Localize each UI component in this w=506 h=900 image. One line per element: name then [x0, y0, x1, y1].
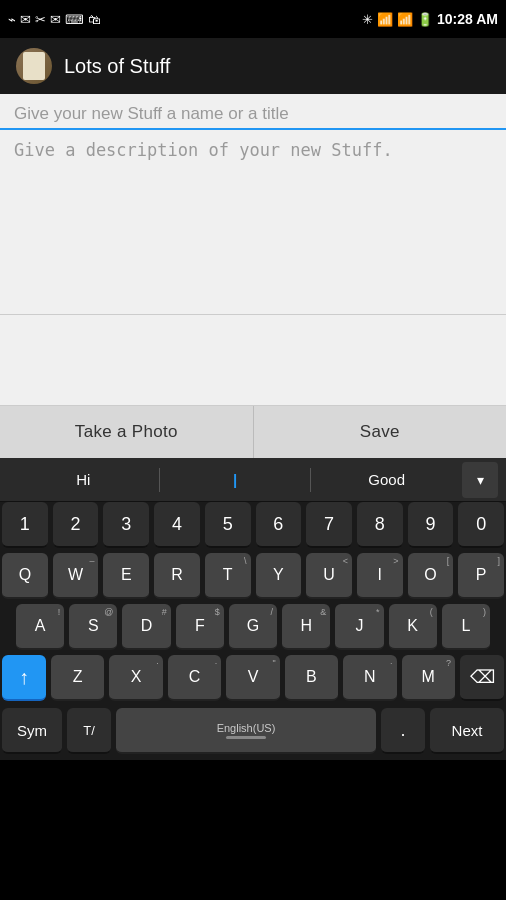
key-r[interactable]: R: [154, 553, 200, 599]
keyboard-icon: ⌨: [65, 12, 84, 27]
usb-icon: ⌁: [8, 12, 16, 27]
name-input[interactable]: [14, 104, 492, 124]
email-icon: ✉: [20, 12, 31, 27]
key-y[interactable]: Y: [256, 553, 302, 599]
description-wrapper: [0, 130, 506, 315]
shop-icon: 🛍: [88, 12, 101, 27]
sms-icon: ✉: [50, 12, 61, 27]
app-icon-inner: [23, 52, 45, 80]
space-key[interactable]: English(US): [116, 708, 376, 754]
app-icon: [16, 48, 52, 84]
key-m[interactable]: M?: [402, 655, 455, 701]
period-key[interactable]: .: [381, 708, 425, 754]
key-n[interactable]: N·: [343, 655, 396, 701]
key-3[interactable]: 3: [103, 502, 149, 548]
space-lang-label: English(US): [217, 722, 276, 734]
keyboard-area: Hi | Good ▾ 1 2 3 4 5 6 7 8 9 0 Q W– E R…: [0, 458, 506, 760]
key-t[interactable]: T\: [205, 553, 251, 599]
bottom-row: Sym T/ English(US) . Next: [0, 706, 506, 760]
number-row: 1 2 3 4 5 6 7 8 9 0: [0, 502, 506, 548]
key-4[interactable]: 4: [154, 502, 200, 548]
status-bar: ⌁ ✉ ✂ ✉ ⌨ 🛍 ✳ 📶 📶 🔋 10:28 AM: [0, 0, 506, 38]
key-7[interactable]: 7: [306, 502, 352, 548]
key-a[interactable]: A!: [16, 604, 64, 650]
shift-key[interactable]: ↑: [2, 655, 46, 701]
action-buttons: Take a Photo Save: [0, 405, 506, 458]
key-c[interactable]: C·: [168, 655, 221, 701]
key-z[interactable]: Z: [51, 655, 104, 701]
key-h[interactable]: H&: [282, 604, 330, 650]
t9-key[interactable]: T/: [67, 708, 111, 754]
bluetooth-icon: ✳: [362, 12, 373, 27]
key-i[interactable]: I>: [357, 553, 403, 599]
key-5[interactable]: 5: [205, 502, 251, 548]
suggestion-hi[interactable]: Hi: [8, 471, 159, 488]
key-s[interactable]: S@: [69, 604, 117, 650]
key-u[interactable]: U<: [306, 553, 352, 599]
status-icons-right: ✳ 📶 📶 🔋 10:28 AM: [362, 11, 498, 27]
content-area: Take a Photo Save: [0, 94, 506, 458]
letter-row-2: A! S@ D# F$ G/ H& J* K( L): [0, 604, 506, 650]
key-8[interactable]: 8: [357, 502, 403, 548]
key-k[interactable]: K(: [389, 604, 437, 650]
key-e[interactable]: E: [103, 553, 149, 599]
wifi-icon: 📶: [377, 12, 393, 27]
row3-letter-keys: Z X· C· V" B N· M?: [51, 655, 455, 701]
name-input-wrapper: [0, 94, 506, 130]
key-x[interactable]: X·: [109, 655, 162, 701]
status-icons-left: ⌁ ✉ ✂ ✉ ⌨ 🛍: [8, 12, 101, 27]
battery-icon: 🔋: [417, 12, 433, 27]
key-q[interactable]: Q: [2, 553, 48, 599]
key-1[interactable]: 1: [2, 502, 48, 548]
key-6[interactable]: 6: [256, 502, 302, 548]
key-2[interactable]: 2: [53, 502, 99, 548]
app-title: Lots of Stuff: [64, 55, 170, 78]
key-j[interactable]: J*: [335, 604, 383, 650]
status-time: 10:28 AM: [437, 11, 498, 27]
next-key[interactable]: Next: [430, 708, 504, 754]
key-b[interactable]: B: [285, 655, 338, 701]
key-d[interactable]: D#: [122, 604, 170, 650]
key-v[interactable]: V": [226, 655, 279, 701]
key-w[interactable]: W–: [53, 553, 99, 599]
key-p[interactable]: P]: [458, 553, 504, 599]
tools-icon: ✂: [35, 12, 46, 27]
sym-key[interactable]: Sym: [2, 708, 62, 754]
key-f[interactable]: F$: [176, 604, 224, 650]
app-bar: Lots of Stuff: [0, 38, 506, 94]
save-button[interactable]: Save: [254, 406, 507, 458]
take-photo-button[interactable]: Take a Photo: [0, 406, 254, 458]
letter-row-1: Q W– E R T\ Y U< I> O[ P]: [0, 553, 506, 599]
suggestion-good[interactable]: Good: [311, 471, 462, 488]
t9-label: T/: [83, 723, 95, 738]
key-9[interactable]: 9: [408, 502, 454, 548]
key-0[interactable]: 0: [458, 502, 504, 548]
key-g[interactable]: G/: [229, 604, 277, 650]
suggestion-cursor: |: [160, 471, 311, 488]
letter-row-3: ↑ Z X· C· V" B N· M? ⌫: [0, 655, 506, 701]
space-bar-indicator: [226, 736, 266, 739]
suggestions-bar: Hi | Good ▾: [0, 458, 506, 502]
key-o[interactable]: O[: [408, 553, 454, 599]
key-l[interactable]: L): [442, 604, 490, 650]
content-spacer: [0, 315, 506, 405]
backspace-key[interactable]: ⌫: [460, 655, 504, 701]
description-textarea[interactable]: [14, 140, 492, 300]
suggestions-dropdown-button[interactable]: ▾: [462, 462, 498, 498]
signal-icon: 📶: [397, 12, 413, 27]
